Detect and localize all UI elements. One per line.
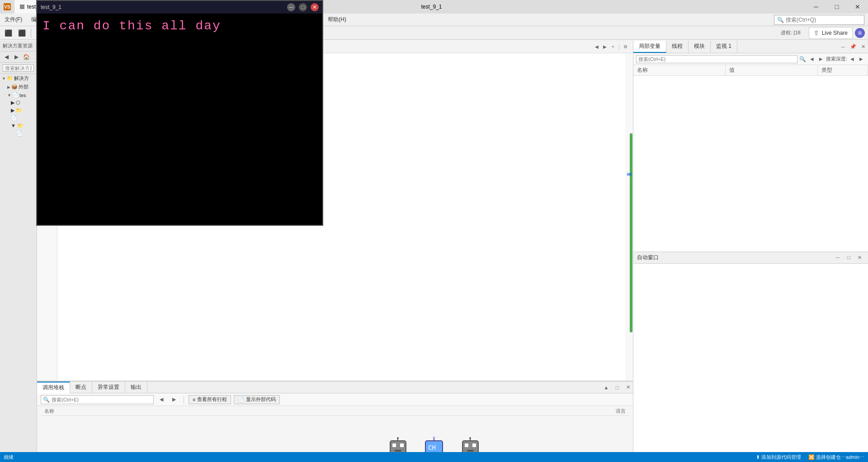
add-to-source[interactable]: ⬆ 添加到源代码管理: [756, 454, 801, 461]
sep: [184, 396, 184, 403]
sidebar-item-external[interactable]: ▶ 📦 外部: [0, 83, 37, 91]
call-stack-tabs: 调用堆栈 断点 异常设置 输出 ▲ □ ✕: [37, 382, 633, 393]
console-minimize-btn[interactable]: ─: [287, 3, 295, 11]
progress-label: 进程: [18: [781, 29, 800, 36]
tab-exception-settings[interactable]: 异常设置: [92, 382, 125, 393]
sidebar-home[interactable]: 🏠: [22, 52, 31, 61]
col-header-name: 名称: [633, 65, 726, 75]
vars-content: [633, 76, 868, 252]
account-icon[interactable]: 渝: [854, 27, 866, 39]
debug-tab-pin[interactable]: 📌: [848, 42, 858, 52]
depth-next[interactable]: ▶: [857, 55, 865, 63]
sidebar-item-sub1[interactable]: ▶ ⬡: [0, 99, 37, 107]
view-all-threads[interactable]: ≡ 查看所有行程: [189, 395, 231, 404]
sidebar-item-sub4[interactable]: ▼ 📁: [0, 122, 37, 130]
app-icon: VS: [4, 3, 11, 10]
vars-nav-next[interactable]: ▶: [817, 55, 825, 63]
item-icon-2: ▶ 📁: [11, 107, 22, 113]
bottom-panel-controls: ▲ □ ✕: [601, 383, 633, 392]
show-external-code[interactable]: 📄 显示外部代码: [234, 395, 280, 404]
select-repo[interactable]: 🔀 选择创建仓⋯admin⋯: [808, 454, 864, 461]
status-ready: 就绪: [4, 454, 14, 461]
sidebar-search-area: [0, 63, 37, 74]
tab-modules[interactable]: 模块: [689, 41, 711, 53]
external-label: 外部: [19, 84, 28, 90]
minimize-button[interactable]: ─: [806, 0, 826, 14]
app-status-bar: 就绪 ⬆ 添加到源代码管理 🔀 选择创建仓⋯admin⋯: [0, 452, 868, 462]
console-maximize-btn[interactable]: □: [299, 3, 307, 11]
vars-nav-prev[interactable]: ◀: [808, 55, 816, 63]
call-stack-panel: 调用堆栈 断点 异常设置 输出 ▲ □ ✕ 🔍 ◀ ▶ ≡ 查看所有行程 📄: [37, 381, 633, 462]
tab-output[interactable]: 输出: [125, 382, 147, 393]
live-share-button[interactable]: ⇧ Live Share: [809, 27, 853, 39]
sidebar-item-sub5[interactable]: 📄: [0, 130, 37, 137]
tab-threads[interactable]: 线程: [666, 41, 689, 53]
external-icon: 📦: [11, 84, 18, 90]
scroll-position-indicator: [627, 173, 632, 176]
item-icon-3: 📄: [11, 115, 17, 121]
share-icon: ⇧: [814, 29, 819, 37]
progress-area: 进程: [18: [781, 29, 807, 36]
item-icon-1: ▶ ⬡: [11, 100, 20, 106]
sidebar-item-test[interactable]: ▼ 📄 tes: [0, 91, 37, 99]
svg-rect-3: [395, 450, 401, 452]
close-button[interactable]: ✕: [847, 0, 868, 14]
scroll-right[interactable]: ▶: [601, 43, 609, 51]
svg-point-9: [433, 436, 435, 439]
add-watch[interactable]: +: [609, 43, 617, 51]
auto-window-panel: 自动窗口 ─ □ ✕: [633, 252, 868, 462]
chevron-right-icon: ▶: [7, 85, 10, 89]
debug-tab-close[interactable]: ✕: [858, 42, 868, 52]
sidebar-nav-fwd[interactable]: ▶: [12, 52, 21, 61]
search-icon: 🔍: [777, 17, 784, 23]
scroll-left[interactable]: ◀: [593, 43, 601, 51]
console-close-btn[interactable]: ✕: [311, 3, 319, 11]
call-stack-toolbar: 🔍 ◀ ▶ ≡ 查看所有行程 📄 显示外部代码: [37, 393, 633, 406]
toolbar-nav-back[interactable]: ⬛: [2, 27, 14, 39]
vars-column-headers: 名称 值 类型: [633, 65, 868, 76]
sidebar-nav-back[interactable]: ◀: [2, 52, 11, 61]
depth-prev[interactable]: ◀: [848, 55, 856, 63]
scroll-options[interactable]: ⚙: [621, 43, 629, 51]
sidebar-item-sub2[interactable]: ▶ 📁: [0, 107, 37, 114]
menu-help[interactable]: 帮助(H): [323, 14, 351, 26]
auto-minimize[interactable]: ─: [833, 252, 843, 262]
tab-breakpoints[interactable]: 断点: [70, 382, 92, 393]
right-panel: 局部变量 线程 模块 监视 1 ─ 📌 ✕ 🔍 ◀ ▶: [633, 41, 868, 462]
tab-call-stack[interactable]: 调用堆栈: [37, 382, 70, 393]
call-stack-search-input[interactable]: [52, 397, 151, 402]
search-prev[interactable]: ◀: [156, 395, 166, 405]
vars-search-input[interactable]: [636, 55, 797, 63]
bottom-float[interactable]: ▲: [601, 383, 611, 392]
bottom-close[interactable]: ✕: [623, 383, 633, 392]
toolbar-nav-fwd[interactable]: ⬛: [15, 27, 28, 39]
search-input[interactable]: [786, 17, 861, 23]
account-avatar: 渝: [855, 28, 865, 38]
maximize-button[interactable]: □: [826, 0, 847, 14]
window-controls: ─ □ ✕: [806, 0, 868, 14]
auto-close[interactable]: ✕: [854, 252, 864, 262]
tab-locals[interactable]: 局部变量: [633, 41, 666, 53]
search-box[interactable]: 🔍: [774, 15, 864, 25]
sidebar-search-input[interactable]: [3, 65, 34, 72]
status-right: ⬆ 添加到源代码管理 🔀 选择创建仓⋯admin⋯: [756, 454, 864, 461]
tab-watch1[interactable]: 监视 1: [711, 41, 737, 53]
chevron-down-icon: ▼: [2, 76, 6, 81]
call-stack-search[interactable]: 🔍: [41, 395, 154, 404]
vars-search-bar: 🔍 ◀ ▶ 搜索深度: ◀ ▶: [633, 53, 868, 65]
scrollbar-thumb: [630, 133, 632, 333]
sidebar-item-solution[interactable]: ▼ 📁 解决方: [0, 74, 37, 83]
threads-icon: ≡: [193, 397, 195, 402]
item-icon-4: ▼ 📁: [11, 123, 24, 129]
sidebar-item-sub3[interactable]: 📄: [0, 114, 37, 122]
call-stack-columns: 名称 语言: [41, 408, 629, 416]
bottom-maximize[interactable]: □: [612, 383, 622, 392]
svg-rect-11: [465, 443, 468, 447]
auto-expand[interactable]: □: [844, 252, 854, 262]
console-window: test_9_1 ─ □ ✕ I can do this all day: [36, 0, 323, 226]
menu-file[interactable]: 文件(F): [0, 14, 27, 26]
debug-tab-minimize[interactable]: ─: [838, 42, 848, 52]
search-next[interactable]: ▶: [169, 395, 179, 405]
svg-rect-2: [400, 443, 404, 447]
col-header-type: 类型: [818, 65, 868, 75]
